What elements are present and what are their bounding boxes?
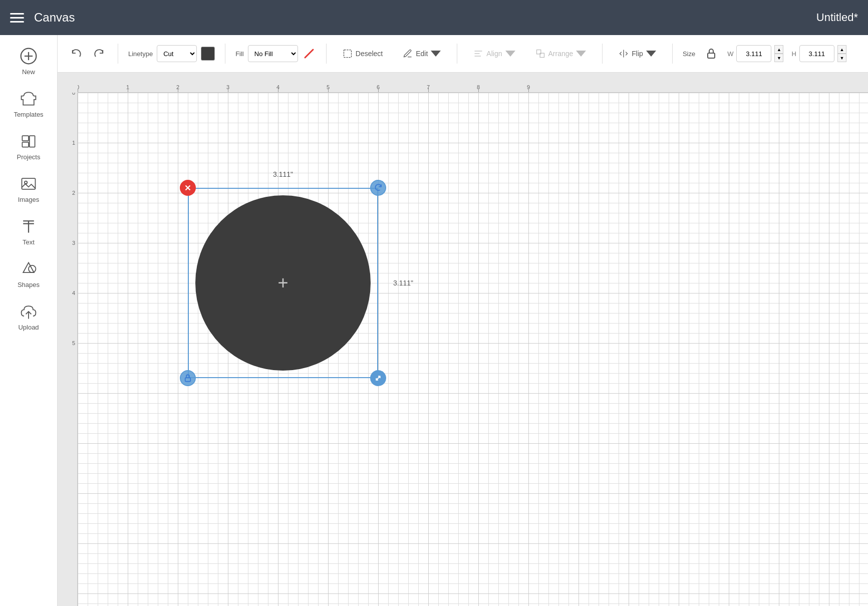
- lock-icon: [703, 46, 719, 62]
- edit-button[interactable]: Edit: [397, 45, 447, 62]
- svg-rect-19: [708, 53, 715, 58]
- deselect-label: Deselect: [356, 50, 383, 58]
- delete-handle[interactable]: [180, 180, 196, 196]
- flip-group: Flip: [613, 45, 662, 62]
- svg-rect-3: [22, 136, 29, 141]
- fill-label: Fill: [235, 50, 244, 58]
- sidebar-item-images[interactable]: Images: [0, 168, 57, 210]
- selection-box: [188, 188, 378, 378]
- width-down-button[interactable]: ▼: [774, 54, 783, 62]
- svg-rect-13: [344, 50, 351, 58]
- svg-rect-22: [185, 378, 191, 382]
- height-up-button[interactable]: ▲: [837, 45, 846, 54]
- arrange-label: Arrange: [548, 50, 573, 58]
- app-title: Canvas: [34, 11, 816, 25]
- toolbar: Linetype Cut Draw Score Fill No Fill Sol…: [58, 35, 868, 73]
- lock-handle[interactable]: [180, 370, 196, 386]
- ruler-v-2: 2: [72, 190, 75, 196]
- linetype-color-swatch[interactable]: [201, 47, 215, 61]
- size-label: Size: [683, 50, 695, 58]
- ruler-v-0: 0: [72, 93, 75, 96]
- svg-point-7: [25, 181, 27, 184]
- divider-6: [672, 44, 673, 64]
- sidebar-label-text: Text: [23, 238, 35, 246]
- width-input-group: W ▲ ▼: [727, 45, 783, 62]
- fill-select[interactable]: No Fill Solid: [248, 45, 298, 62]
- sidebar: New Templates Projects Images Text: [0, 35, 58, 606]
- fill-line-icon: [302, 47, 316, 61]
- sidebar-item-new[interactable]: New: [0, 40, 57, 83]
- edit-label: Edit: [416, 50, 428, 58]
- width-label: W: [727, 50, 733, 58]
- redo-button[interactable]: [90, 45, 108, 63]
- sidebar-label-projects: Projects: [17, 153, 41, 161]
- height-label: H: [791, 50, 796, 58]
- shape-container[interactable]: 3.111" 3.111" +: [188, 188, 378, 378]
- deselect-group: Deselect: [337, 45, 389, 62]
- flip-label: Flip: [632, 50, 643, 58]
- flip-button[interactable]: Flip: [613, 45, 662, 62]
- divider-2: [225, 44, 225, 64]
- dimension-width-label: 3.111": [273, 170, 293, 178]
- undo-button[interactable]: [68, 45, 86, 63]
- header: Canvas Untitled*: [0, 0, 868, 35]
- sidebar-label-shapes: Shapes: [18, 281, 40, 288]
- height-spin: ▲ ▼: [837, 45, 846, 62]
- svg-line-12: [305, 50, 313, 58]
- sidebar-item-shapes[interactable]: Shapes: [0, 253, 57, 295]
- linetype-select[interactable]: Cut Draw Score: [157, 45, 197, 62]
- height-input[interactable]: [799, 45, 834, 62]
- hamburger-menu[interactable]: [10, 13, 24, 23]
- ruler-vertical: 0 1 2 3 4 5: [58, 93, 78, 606]
- canvas-area[interactable]: 0 1 2 3 4 5 6 7 8 9 0 1 2: [58, 73, 868, 606]
- width-spin: ▲ ▼: [774, 45, 783, 62]
- size-group: Size: [683, 50, 695, 58]
- divider-4: [457, 44, 457, 64]
- sidebar-item-upload[interactable]: Upload: [0, 295, 57, 338]
- ruler-v-1: 1: [72, 140, 75, 146]
- svg-rect-5: [30, 136, 35, 147]
- sidebar-label-upload: Upload: [18, 324, 39, 331]
- linetype-label: Linetype: [128, 50, 153, 58]
- sidebar-item-templates[interactable]: Templates: [0, 83, 57, 125]
- ruler-v-3: 3: [72, 240, 75, 246]
- arrange-group: Arrange: [529, 45, 593, 62]
- sidebar-label-new: New: [22, 68, 35, 76]
- height-input-group: H ▲ ▼: [791, 45, 846, 62]
- sidebar-item-text[interactable]: Text: [0, 210, 57, 253]
- edit-group: Edit: [397, 45, 447, 62]
- width-input[interactable]: [736, 45, 771, 62]
- scale-handle[interactable]: [370, 370, 386, 386]
- undo-redo-group: [68, 45, 108, 63]
- arrange-button[interactable]: Arrange: [529, 45, 593, 62]
- align-group: Align: [467, 45, 521, 62]
- divider-1: [118, 44, 118, 64]
- height-down-button[interactable]: ▼: [837, 54, 846, 62]
- sidebar-label-images: Images: [18, 196, 40, 203]
- document-title: Untitled*: [816, 11, 858, 24]
- linetype-group: Linetype Cut Draw Score: [128, 45, 215, 62]
- deselect-button[interactable]: Deselect: [337, 45, 389, 62]
- divider-5: [602, 44, 603, 64]
- align-button[interactable]: Align: [467, 45, 521, 62]
- white-canvas[interactable]: 3.111" 3.111" +: [78, 93, 868, 606]
- ruler-horizontal: 0 1 2 3 4 5 6 7 8 9: [78, 73, 868, 93]
- width-up-button[interactable]: ▲: [774, 45, 783, 54]
- ruler-corner: [58, 73, 78, 93]
- ruler-v-4: 4: [72, 290, 75, 296]
- divider-3: [326, 44, 327, 64]
- sidebar-item-projects[interactable]: Projects: [0, 125, 57, 168]
- ruler-v-5: 5: [72, 340, 75, 346]
- fill-group: Fill No Fill Solid: [235, 45, 316, 62]
- align-label: Align: [486, 50, 502, 58]
- svg-rect-4: [22, 142, 29, 147]
- dimension-height-label: 3.111": [393, 279, 413, 287]
- rotate-handle[interactable]: [370, 180, 386, 196]
- sidebar-label-templates: Templates: [14, 111, 43, 118]
